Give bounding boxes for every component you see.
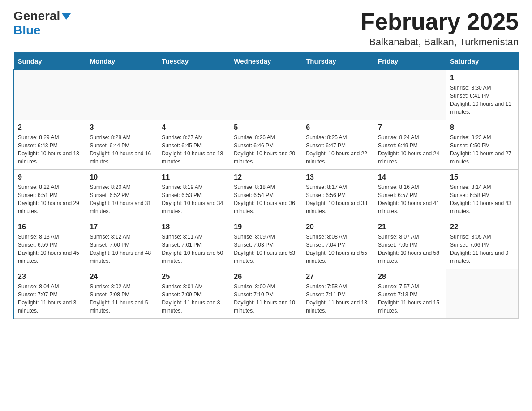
table-row: 2Sunrise: 8:29 AM Sunset: 6:43 PM Daylig…: [14, 120, 86, 170]
day-info: Sunrise: 8:07 AM Sunset: 7:05 PM Dayligh…: [378, 233, 442, 265]
table-row: [14, 70, 86, 120]
day-info: Sunrise: 8:13 AM Sunset: 6:59 PM Dayligh…: [18, 233, 82, 265]
day-info: Sunrise: 7:58 AM Sunset: 7:11 PM Dayligh…: [306, 283, 370, 315]
day-info: Sunrise: 8:04 AM Sunset: 7:07 PM Dayligh…: [18, 283, 82, 315]
day-number: 3: [90, 124, 154, 132]
header-wednesday: Wednesday: [230, 53, 302, 70]
calendar-week-row: 16Sunrise: 8:13 AM Sunset: 6:59 PM Dayli…: [14, 219, 519, 269]
day-info: Sunrise: 8:16 AM Sunset: 6:57 PM Dayligh…: [378, 183, 442, 215]
day-info: Sunrise: 8:28 AM Sunset: 6:44 PM Dayligh…: [90, 133, 154, 166]
table-row: 9Sunrise: 8:22 AM Sunset: 6:51 PM Daylig…: [14, 170, 86, 219]
day-number: 21: [378, 223, 442, 231]
day-number: 1: [450, 74, 515, 82]
day-number: 8: [450, 124, 515, 132]
calendar-week-row: 2Sunrise: 8:29 AM Sunset: 6:43 PM Daylig…: [14, 120, 519, 170]
table-row: 19Sunrise: 8:09 AM Sunset: 7:03 PM Dayli…: [230, 219, 302, 269]
header-monday: Monday: [86, 53, 158, 70]
table-row: 1Sunrise: 8:30 AM Sunset: 6:41 PM Daylig…: [446, 70, 519, 120]
calendar-week-row: 1Sunrise: 8:30 AM Sunset: 6:41 PM Daylig…: [14, 70, 519, 120]
table-row: [86, 70, 158, 120]
location-title: Balkanabat, Balkan, Turkmenistan: [360, 36, 519, 48]
day-info: Sunrise: 8:05 AM Sunset: 7:06 PM Dayligh…: [450, 233, 515, 265]
header-friday: Friday: [374, 53, 446, 70]
day-number: 15: [450, 173, 515, 181]
calendar-table: Sunday Monday Tuesday Wednesday Thursday…: [13, 52, 519, 319]
day-number: 28: [378, 273, 442, 281]
day-info: Sunrise: 8:19 AM Sunset: 6:53 PM Dayligh…: [162, 183, 226, 215]
table-row: [446, 269, 519, 319]
table-row: 11Sunrise: 8:19 AM Sunset: 6:53 PM Dayli…: [158, 170, 230, 219]
day-number: 26: [234, 273, 298, 281]
table-row: 18Sunrise: 8:11 AM Sunset: 7:01 PM Dayli…: [158, 219, 230, 269]
table-row: 10Sunrise: 8:20 AM Sunset: 6:52 PM Dayli…: [86, 170, 158, 219]
day-number: 4: [162, 124, 226, 132]
day-info: Sunrise: 8:24 AM Sunset: 6:49 PM Dayligh…: [378, 133, 442, 166]
day-number: 5: [234, 124, 298, 132]
day-number: 9: [18, 173, 82, 181]
day-number: 19: [234, 223, 298, 231]
month-title: February 2025: [360, 9, 519, 34]
table-row: 27Sunrise: 7:58 AM Sunset: 7:11 PM Dayli…: [302, 269, 374, 319]
table-row: 12Sunrise: 8:18 AM Sunset: 6:54 PM Dayli…: [230, 170, 302, 219]
day-info: Sunrise: 8:11 AM Sunset: 7:01 PM Dayligh…: [162, 233, 226, 265]
day-info: Sunrise: 8:27 AM Sunset: 6:45 PM Dayligh…: [162, 133, 226, 166]
table-row: 24Sunrise: 8:02 AM Sunset: 7:08 PM Dayli…: [86, 269, 158, 319]
day-info: Sunrise: 8:12 AM Sunset: 7:00 PM Dayligh…: [90, 233, 154, 265]
table-row: [230, 70, 302, 120]
table-row: 8Sunrise: 8:23 AM Sunset: 6:50 PM Daylig…: [446, 120, 519, 170]
header-tuesday: Tuesday: [158, 53, 230, 70]
day-info: Sunrise: 7:57 AM Sunset: 7:13 PM Dayligh…: [378, 283, 442, 315]
day-number: 22: [450, 223, 515, 231]
table-row: 28Sunrise: 7:57 AM Sunset: 7:13 PM Dayli…: [374, 269, 446, 319]
day-info: Sunrise: 8:22 AM Sunset: 6:51 PM Dayligh…: [18, 183, 82, 215]
day-number: 25: [162, 273, 226, 281]
day-number: 16: [18, 223, 82, 231]
table-row: 25Sunrise: 8:01 AM Sunset: 7:09 PM Dayli…: [158, 269, 230, 319]
table-row: [374, 70, 446, 120]
table-row: 6Sunrise: 8:25 AM Sunset: 6:47 PM Daylig…: [302, 120, 374, 170]
day-number: 17: [90, 223, 154, 231]
table-row: 22Sunrise: 8:05 AM Sunset: 7:06 PM Dayli…: [446, 219, 519, 269]
svg-marker-0: [62, 13, 71, 20]
day-info: Sunrise: 8:18 AM Sunset: 6:54 PM Dayligh…: [234, 183, 298, 215]
table-row: 13Sunrise: 8:17 AM Sunset: 6:56 PM Dayli…: [302, 170, 374, 219]
day-number: 14: [378, 173, 442, 181]
table-row: 3Sunrise: 8:28 AM Sunset: 6:44 PM Daylig…: [86, 120, 158, 170]
table-row: [302, 70, 374, 120]
table-row: 26Sunrise: 8:00 AM Sunset: 7:10 PM Dayli…: [230, 269, 302, 319]
day-number: 27: [306, 273, 370, 281]
day-number: 11: [162, 173, 226, 181]
table-row: 15Sunrise: 8:14 AM Sunset: 6:58 PM Dayli…: [446, 170, 519, 219]
header-sunday: Sunday: [14, 53, 86, 70]
table-row: 7Sunrise: 8:24 AM Sunset: 6:49 PM Daylig…: [374, 120, 446, 170]
day-info: Sunrise: 8:25 AM Sunset: 6:47 PM Dayligh…: [306, 133, 370, 166]
table-row: 16Sunrise: 8:13 AM Sunset: 6:59 PM Dayli…: [14, 219, 86, 269]
day-number: 23: [18, 273, 82, 281]
day-info: Sunrise: 8:01 AM Sunset: 7:09 PM Dayligh…: [162, 283, 226, 315]
table-row: [158, 70, 230, 120]
page-header: General Blue February 2025 Balkanabat, B…: [13, 9, 519, 48]
day-number: 18: [162, 223, 226, 231]
day-number: 24: [90, 273, 154, 281]
day-info: Sunrise: 8:29 AM Sunset: 6:43 PM Dayligh…: [18, 133, 82, 166]
calendar-week-row: 23Sunrise: 8:04 AM Sunset: 7:07 PM Dayli…: [14, 269, 519, 319]
day-info: Sunrise: 8:20 AM Sunset: 6:52 PM Dayligh…: [90, 183, 154, 215]
calendar-header-row: Sunday Monday Tuesday Wednesday Thursday…: [14, 53, 519, 70]
title-area: February 2025 Balkanabat, Balkan, Turkme…: [360, 9, 519, 48]
day-info: Sunrise: 8:00 AM Sunset: 7:10 PM Dayligh…: [234, 283, 298, 315]
day-info: Sunrise: 8:17 AM Sunset: 6:56 PM Dayligh…: [306, 183, 370, 215]
logo-general-text: General: [13, 9, 60, 23]
day-info: Sunrise: 8:02 AM Sunset: 7:08 PM Dayligh…: [90, 283, 154, 315]
day-info: Sunrise: 8:23 AM Sunset: 6:50 PM Dayligh…: [450, 133, 515, 166]
table-row: 4Sunrise: 8:27 AM Sunset: 6:45 PM Daylig…: [158, 120, 230, 170]
table-row: 14Sunrise: 8:16 AM Sunset: 6:57 PM Dayli…: [374, 170, 446, 219]
day-number: 7: [378, 124, 442, 132]
day-info: Sunrise: 8:14 AM Sunset: 6:58 PM Dayligh…: [450, 183, 515, 215]
day-info: Sunrise: 8:30 AM Sunset: 6:41 PM Dayligh…: [450, 84, 515, 116]
day-info: Sunrise: 8:26 AM Sunset: 6:46 PM Dayligh…: [234, 133, 298, 166]
day-info: Sunrise: 8:08 AM Sunset: 7:04 PM Dayligh…: [306, 233, 370, 265]
logo: General Blue: [13, 9, 71, 38]
day-number: 6: [306, 124, 370, 132]
table-row: 23Sunrise: 8:04 AM Sunset: 7:07 PM Dayli…: [14, 269, 86, 319]
day-number: 20: [306, 223, 370, 231]
